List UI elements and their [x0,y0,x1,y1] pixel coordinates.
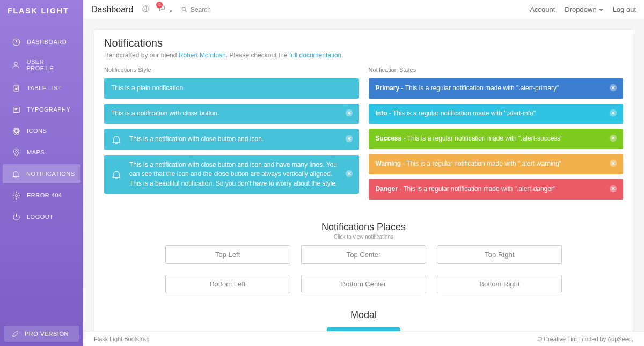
atom-icon [11,126,21,136]
svg-point-8 [15,150,17,152]
alert-prefix: Danger [376,185,398,193]
place-bottom-left[interactable]: Bottom Left [165,275,290,293]
topbar: Dashboard 5 ▾ Search Account Dropdown Lo… [83,0,644,19]
alert-prefix: Primary [376,84,400,92]
subtitle-suffix: . [341,51,343,59]
notification-places: Notifications Places Click to view notif… [104,222,623,293]
place-top-left[interactable]: Top Left [165,245,290,264]
alert-text: Success - This is a regular notification… [376,134,617,143]
close-icon[interactable] [345,108,354,119]
sidebar-item-label: TYPOGRAPHY [27,106,70,113]
sidebar-item-error404[interactable]: ERROR 404 [3,186,80,205]
documentation-link[interactable]: full documentation [289,51,341,59]
sidebar-item-icons[interactable]: ICONS [3,121,80,141]
close-icon[interactable] [345,134,354,145]
sidebar-footer: PRO VERSION [0,321,83,346]
typography-icon [11,105,21,114]
notifications-card: Notifications Handcrafted by our friend … [94,29,633,331]
clipboard-icon [11,83,21,93]
sidebar-item-maps[interactable]: MAPS [3,143,80,162]
alert-suffix: - This is a regular notification made wi… [399,84,559,92]
close-icon[interactable] [609,108,618,119]
sidebar-item-typography[interactable]: TYPOGRAPHY [3,100,80,119]
search-placeholder: Search [191,6,211,13]
place-top-center[interactable]: Top Center [301,245,426,264]
bell-icon [11,169,20,179]
sidebar-item-notifications[interactable]: NOTIFICATIONS [3,164,80,183]
modal-section: Modal Launch Modal Mini [104,310,623,331]
alert-text: This is a plain notification [111,84,352,93]
dropdown-menu[interactable]: Dropdown [565,5,603,13]
place-bottom-right[interactable]: Bottom Right [437,275,562,293]
sidebar-item-label: NOTIFICATIONS [26,171,75,177]
sidebar-item-label: ICONS [27,128,47,134]
user-icon [11,60,21,70]
alert-info: Info - This is a regular notification ma… [369,104,624,124]
alert-text: Info - This is a regular notification ma… [376,109,617,118]
search-input[interactable]: Search [181,6,211,13]
alert-text: This is a notification with close button… [129,135,352,144]
footer: Flask Light Bootstrap © Creative Tim - c… [83,331,644,346]
svg-point-2 [14,62,18,65]
alert-multiline: This is a notification with close button… [104,155,359,194]
pin-icon [11,148,21,157]
close-icon[interactable] [609,184,618,195]
notification-states-column: Notification States Primary - This is a … [369,67,624,204]
alert-text: This is a notification with close button… [111,109,352,118]
close-icon[interactable] [609,134,618,144]
close-icon[interactable] [609,159,618,170]
pro-version-label: PRO VERSION [25,330,69,337]
alert-danger: Danger - This is a regular notification … [369,179,624,200]
alert-with-close: This is a notification with close button… [104,104,359,124]
sidebar-item-dashboard[interactable]: DASHBOARD [3,32,80,51]
author-link[interactable]: Robert McIntosh [179,51,226,59]
page-subtitle: Handcrafted by our friend Robert McIntos… [104,51,623,59]
sidebar-item-user-profile[interactable]: USER PROFILE [3,54,80,76]
notifications-dropdown[interactable]: 5 ▾ [158,5,172,14]
search-icon [181,6,188,13]
power-icon [11,212,21,222]
alert-suffix: - This is a regular notification made wi… [398,185,555,193]
subtitle-mid: . Please checkout the [226,51,289,59]
sidebar-item-label: DASHBOARD [27,39,67,45]
svg-point-9 [15,194,17,196]
sidebar-item-logout[interactable]: LOGOUT [3,207,80,226]
logout-link[interactable]: Log out [613,5,636,13]
bell-icon [111,134,122,145]
states-heading: Notification States [369,67,624,73]
page-breadcrumb: Dashboard [91,5,133,14]
alert-warning: Warning - This is a regular notification… [369,154,624,174]
alert-plain: This is a plain notification [104,78,359,99]
sidebar-item-label: LOGOUT [27,214,53,220]
notification-badge: 5 [156,2,163,8]
modal-title: Modal [104,310,623,321]
page-title: Notifications [104,37,623,49]
footer-right: © Creative Tim - coded by AppSeed. [538,336,633,342]
sidebar-item-label: MAPS [27,149,45,156]
place-bottom-center[interactable]: Bottom Center [301,275,426,293]
close-icon[interactable] [609,83,618,94]
sidebar-item-label: ERROR 404 [27,192,62,198]
alert-with-icon: This is a notification with close button… [104,129,359,150]
globe-icon[interactable] [142,5,150,14]
places-title: Notifications Places [104,222,623,233]
alert-text: Danger - This is a regular notification … [376,185,617,194]
launch-modal-button[interactable]: Launch Modal Mini [327,327,400,331]
sidebar-item-label: USER PROFILE [27,58,72,71]
brand-title: FLASK LIGHT [0,0,83,21]
alert-prefix: Info [376,109,387,117]
svg-point-11 [182,7,186,11]
alert-text: This is a notification with close button… [129,160,352,188]
alert-prefix: Success [376,135,402,142]
notification-styles-column: Notifications Style This is a plain noti… [104,67,359,204]
pro-version-button[interactable]: PRO VERSION [4,326,79,342]
sidebar-item-label: TABLE LIST [27,85,62,91]
sidebar: FLASK LIGHT DASHBOARD USER PROFILE TABLE… [0,0,83,346]
close-icon[interactable] [345,169,354,180]
places-subtitle: Click to view notifications [104,234,623,240]
sidebar-item-table-list[interactable]: TABLE LIST [3,78,80,98]
place-top-right[interactable]: Top Right [437,245,562,264]
bell-icon [111,169,122,180]
account-link[interactable]: Account [530,5,555,13]
alert-suffix: - This is a regular notification made wi… [401,160,561,167]
